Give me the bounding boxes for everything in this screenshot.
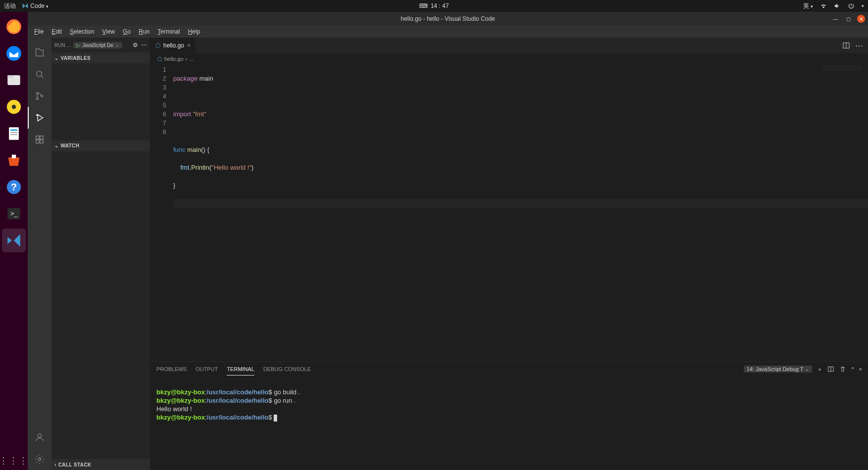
keyboard-icon: ⌨ (419, 2, 428, 9)
dock-rhythmbox[interactable] (2, 95, 26, 119)
new-terminal-icon[interactable]: ＋ (817, 366, 822, 373)
svg-point-1 (6, 46, 21, 61)
activity-bar (28, 38, 51, 470)
split-editor-icon[interactable] (842, 42, 850, 49)
terminal-content[interactable]: bkzy@bkzy-box:/usr/local/code/hello$ go … (150, 376, 868, 470)
run-label: RUN … (54, 43, 71, 48)
wifi-icon[interactable] (820, 2, 827, 9)
menu-file[interactable]: File (31, 27, 47, 36)
svg-rect-10 (12, 155, 16, 158)
svg-rect-22 (36, 140, 39, 143)
activity-explorer[interactable] (28, 42, 51, 63)
window-title: hello.go - hello - Visual Studio Code (401, 15, 495, 22)
play-icon: ▷ (76, 43, 80, 48)
section-watch[interactable]: ⌄WATCH (51, 141, 150, 151)
chevron-down-icon: ⌄ (54, 143, 58, 148)
activities-button[interactable]: 活动 (4, 2, 16, 10)
panel-tabs: PROBLEMS OUTPUT TERMINAL DEBUG CONSOLE 1… (150, 362, 868, 376)
input-method[interactable]: 英 ▾ (803, 2, 813, 10)
menu-help[interactable]: Help (185, 27, 204, 36)
vscode-window: hello.go - hello - Visual Studio Code — … (28, 12, 868, 470)
activity-accounts[interactable] (28, 426, 51, 448)
titlebar: hello.go - hello - Visual Studio Code — … (28, 12, 868, 26)
close-icon[interactable]: × (187, 42, 191, 49)
menu-view[interactable]: View (98, 27, 118, 36)
more-icon[interactable]: ⋯ (141, 42, 147, 48)
dock-show-apps[interactable]: ⋮⋮⋮ (0, 455, 29, 466)
panel-tab-output[interactable]: OUTPUT (195, 363, 218, 375)
close-button[interactable]: ✕ (857, 15, 865, 23)
run-sidebar: RUN … ▷ JavaScript De ⌄ ⚙ ⋯ ⌄VARIABLES ⌄… (51, 38, 150, 470)
svg-rect-23 (40, 140, 43, 143)
editor-group: ⬡ hello.go × ⋯ ⬡ hello.go › … 12345678 (150, 38, 868, 470)
svg-text:?: ? (11, 182, 17, 192)
panel-tab-problems[interactable]: PROBLEMS (156, 363, 187, 375)
menubar: File Edit Selection View Go Run Terminal… (28, 26, 868, 38)
run-header: RUN … ▷ JavaScript De ⌄ ⚙ ⋯ (51, 38, 150, 52)
activity-search[interactable] (28, 63, 51, 85)
svg-point-19 (37, 115, 38, 116)
menu-run[interactable]: Run (135, 27, 153, 36)
code-editor[interactable]: 12345678 package main import "fmt" func … (150, 64, 868, 361)
system-menu-chevron[interactable]: ▾ (862, 3, 864, 8)
terminal-cursor (274, 415, 277, 422)
svg-rect-9 (10, 134, 17, 135)
svg-rect-8 (10, 132, 17, 133)
menu-edit[interactable]: Edit (48, 27, 65, 36)
split-terminal-icon[interactable] (827, 366, 834, 373)
minimize-button[interactable]: — (831, 15, 839, 23)
bottom-panel: PROBLEMS OUTPUT TERMINAL DEBUG CONSOLE 1… (150, 361, 868, 470)
dock-terminal[interactable]: >_ (2, 202, 26, 226)
dock-files[interactable] (2, 68, 26, 92)
svg-point-24 (38, 434, 41, 437)
tabs-row: ⬡ hello.go × ⋯ (150, 38, 868, 53)
volume-icon[interactable] (834, 2, 841, 9)
breadcrumb[interactable]: ⬡ hello.go › … (150, 53, 868, 64)
run-config-selector[interactable]: ▷ JavaScript De ⌄ (73, 42, 122, 48)
svg-point-17 (37, 98, 39, 100)
dock-firefox[interactable] (2, 15, 26, 39)
tab-hello-go[interactable]: ⬡ hello.go × (150, 38, 196, 53)
activity-settings[interactable] (28, 448, 51, 470)
svg-point-25 (38, 458, 41, 461)
code-content[interactable]: package main import "fmt" func main() { … (173, 64, 868, 361)
maximize-button[interactable]: ▢ (844, 15, 852, 23)
line-gutter: 12345678 (150, 64, 173, 361)
menu-selection[interactable]: Selection (66, 27, 97, 36)
activity-extensions[interactable] (28, 129, 51, 150)
terminal-selector[interactable]: 14: JavaScript Debug T ⌄ (744, 366, 813, 373)
dock-thunderbird[interactable] (2, 42, 26, 65)
dock-vscode[interactable] (2, 229, 26, 252)
menu-terminal[interactable]: Terminal (154, 27, 183, 36)
go-file-icon: ⬡ (155, 42, 160, 49)
panel-tab-terminal[interactable]: TERMINAL (227, 363, 254, 376)
svg-rect-7 (10, 130, 17, 131)
app-menu[interactable]: Code ▾ (22, 2, 48, 10)
go-file-icon: ⬡ (157, 56, 162, 62)
svg-rect-6 (9, 127, 19, 140)
svg-rect-3 (7, 75, 13, 78)
svg-rect-20 (36, 136, 39, 139)
dock-help[interactable]: ? (2, 175, 26, 199)
more-actions-icon[interactable]: ⋯ (855, 41, 863, 50)
minimap[interactable] (821, 65, 861, 85)
section-callstack[interactable]: ›CALL STACK (51, 459, 150, 470)
maximize-panel-icon[interactable]: ^ (851, 366, 854, 372)
close-panel-icon[interactable]: × (859, 366, 862, 372)
chevron-right-icon: › (54, 462, 56, 468)
dock-software[interactable] (2, 148, 26, 172)
activity-scm[interactable] (28, 85, 51, 107)
chevron-down-icon: ⌄ (115, 43, 119, 47)
gear-icon[interactable]: ⚙ (133, 42, 138, 48)
dock-writer[interactable] (2, 122, 26, 145)
section-variables[interactable]: ⌄VARIABLES (51, 52, 150, 63)
panel-tab-debug-console[interactable]: DEBUG CONSOLE (263, 363, 311, 375)
power-icon[interactable] (848, 2, 855, 9)
activity-run-debug[interactable] (28, 107, 51, 129)
kill-terminal-icon[interactable] (839, 366, 846, 373)
system-topbar: 活动 Code ▾ ⌨ 14 : 47 英 ▾ ▾ (0, 0, 868, 12)
menu-go[interactable]: Go (119, 27, 134, 36)
svg-text:>_: >_ (10, 210, 18, 217)
svg-rect-21 (40, 136, 43, 139)
clock[interactable]: 14 : 47 (431, 2, 449, 9)
